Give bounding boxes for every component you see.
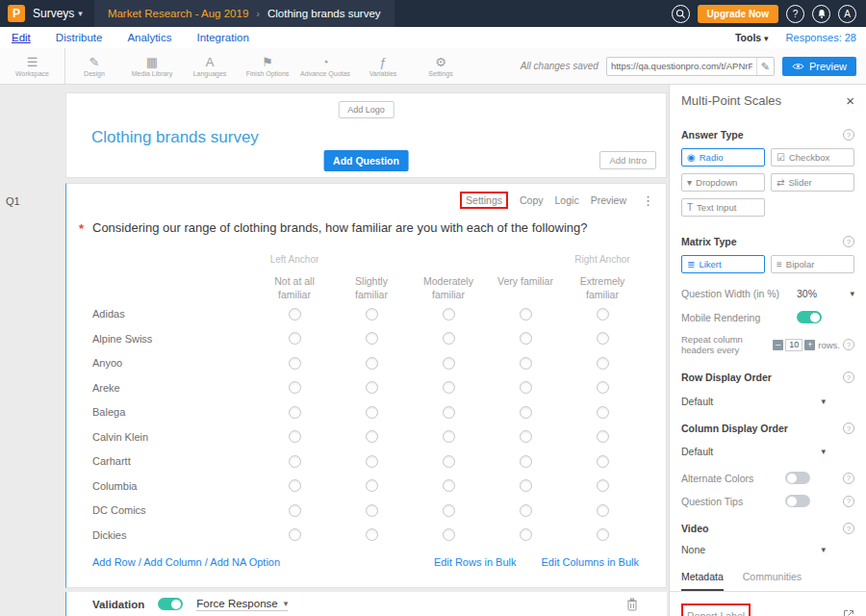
radio-button[interactable] — [443, 381, 455, 394]
edit-url-pencil-icon[interactable]: ✎ — [756, 58, 774, 75]
tools-menu[interactable]: Tools — [735, 32, 769, 43]
delete-question-trash-icon[interactable] — [626, 598, 638, 611]
help-icon[interactable] — [843, 496, 854, 507]
matrix-type-option-bipolar[interactable]: ≡Bipolar — [771, 255, 854, 273]
upgrade-now-button[interactable]: Upgrade Now — [698, 5, 778, 23]
radio-button[interactable] — [289, 332, 301, 345]
column-header[interactable]: Moderately familiar — [410, 270, 487, 301]
row-label[interactable]: Balega — [92, 406, 256, 418]
preview-button[interactable]: Preview — [782, 57, 856, 76]
radio-button[interactable] — [520, 357, 532, 370]
tab-distribute[interactable]: Distribute — [56, 32, 103, 43]
radio-button[interactable] — [520, 430, 532, 443]
radio-button[interactable] — [289, 357, 301, 370]
radio-button[interactable] — [597, 381, 609, 394]
avatar[interactable]: A — [838, 5, 856, 23]
row-label[interactable]: Columbia — [92, 480, 256, 492]
radio-button[interactable] — [289, 479, 301, 492]
help-icon[interactable] — [843, 423, 854, 434]
radio-button[interactable] — [366, 479, 378, 492]
radio-button[interactable] — [520, 528, 532, 541]
radio-button[interactable] — [597, 430, 609, 443]
breadcrumb-parent[interactable]: Market Research - Aug 2019 — [108, 8, 248, 19]
toolbar-design[interactable]: ✎Design — [65, 48, 123, 84]
radio-button[interactable] — [289, 406, 301, 419]
help-icon[interactable] — [843, 129, 854, 141]
radio-button[interactable] — [520, 504, 532, 517]
radio-button[interactable] — [366, 381, 378, 394]
help-icon[interactable] — [843, 473, 854, 484]
add-intro-button[interactable]: Add Intro — [599, 151, 656, 169]
questionpro-logo[interactable]: P — [8, 5, 25, 22]
radio-button[interactable] — [366, 357, 378, 370]
search-icon[interactable] — [672, 5, 690, 23]
add-logo-button[interactable]: Add Logo — [338, 101, 395, 118]
report-label[interactable]: Report Label — [687, 610, 745, 616]
toolbar-settings[interactable]: ⚙Settings — [412, 48, 470, 84]
help-button[interactable]: ? — [786, 5, 804, 23]
mobile-rendering-toggle[interactable] — [797, 311, 822, 323]
question-width-value[interactable]: 30% — [797, 288, 817, 299]
row-label[interactable]: Areke — [92, 382, 256, 394]
row-label[interactable]: Adidas — [92, 308, 256, 320]
radio-button[interactable] — [597, 528, 609, 541]
left-anchor-placeholder[interactable]: Left Anchor — [256, 254, 333, 265]
answer-type-option-text-input[interactable]: TText Input — [681, 198, 765, 217]
row-label[interactable]: Anyoo — [92, 357, 256, 369]
column-header[interactable]: Extremely familiar — [564, 270, 641, 301]
toolbar-media-library[interactable]: ▦Media Library — [123, 48, 181, 84]
radio-button[interactable] — [366, 455, 378, 468]
alternate-colors-toggle[interactable] — [785, 472, 810, 484]
radio-button[interactable] — [520, 381, 532, 394]
column-header[interactable]: Slightly familiar — [333, 270, 410, 301]
row-label[interactable]: Alpine Swiss — [92, 333, 256, 345]
answer-type-option-checkbox[interactable]: ☑Checkbox — [771, 148, 854, 167]
radio-button[interactable] — [443, 455, 455, 468]
radio-button[interactable] — [520, 308, 532, 321]
force-response-dropdown[interactable]: Force Response — [196, 598, 288, 611]
column-header[interactable]: Not at all familiar — [256, 270, 333, 301]
radio-button[interactable] — [597, 308, 609, 321]
column-display-order-value[interactable]: Default — [681, 446, 713, 457]
toolbar-languages[interactable]: ALanguages — [181, 48, 239, 84]
answer-type-option-radio[interactable]: ◉Radio — [681, 148, 765, 167]
surveys-menu[interactable]: Surveys — [33, 7, 74, 20]
radio-button[interactable] — [597, 455, 609, 468]
radio-button[interactable] — [520, 455, 532, 468]
matrix-type-option-likert[interactable]: ≣Likert — [681, 255, 765, 273]
chevron-down-icon[interactable] — [821, 447, 826, 456]
toolbar-finish-options[interactable]: ⚑Finish Options — [239, 48, 296, 84]
radio-button[interactable] — [597, 504, 609, 517]
survey-url-input[interactable] — [607, 61, 756, 71]
chevron-down-icon[interactable] — [850, 289, 854, 298]
row-label[interactable]: Carhartt — [92, 455, 256, 467]
help-icon[interactable] — [843, 339, 854, 350]
radio-button[interactable] — [366, 406, 378, 419]
question-action-preview[interactable]: Preview — [591, 194, 626, 206]
row-label[interactable]: Calvin Klein — [92, 431, 256, 443]
link-edit-rows-in-bulk[interactable]: Edit Rows in Bulk — [434, 556, 517, 568]
question-action-copy[interactable]: Copy — [520, 194, 544, 206]
add-question-button[interactable]: Add Question — [323, 150, 409, 171]
notifications-bell-icon[interactable] — [812, 5, 830, 23]
radio-button[interactable] — [289, 381, 301, 394]
row-display-order-value[interactable]: Default — [681, 396, 713, 407]
radio-button[interactable] — [597, 332, 609, 345]
increment-icon[interactable]: + — [804, 340, 815, 350]
toolbar-advance-quotas[interactable]: ◔Advance Quotas — [296, 48, 354, 84]
tab-edit[interactable]: Edit — [12, 32, 31, 43]
radio-button[interactable] — [366, 528, 378, 541]
radio-button[interactable] — [443, 479, 455, 492]
tab-metadata[interactable]: Metadata — [681, 571, 724, 591]
link-add-row[interactable]: Add Row — [92, 556, 136, 568]
radio-button[interactable] — [597, 406, 609, 419]
question-action-settings[interactable]: Settings — [460, 192, 508, 209]
radio-button[interactable] — [597, 357, 609, 370]
close-icon[interactable]: × — [846, 94, 854, 108]
column-header[interactable]: Very familiar — [487, 270, 564, 288]
row-label[interactable]: DC Comics — [92, 504, 256, 516]
link-edit-columns-in-bulk[interactable]: Edit Columns in Bulk — [542, 556, 640, 568]
radio-button[interactable] — [443, 332, 455, 345]
radio-button[interactable] — [443, 406, 455, 419]
answer-type-option-dropdown[interactable]: ▾Dropdown — [681, 173, 765, 192]
